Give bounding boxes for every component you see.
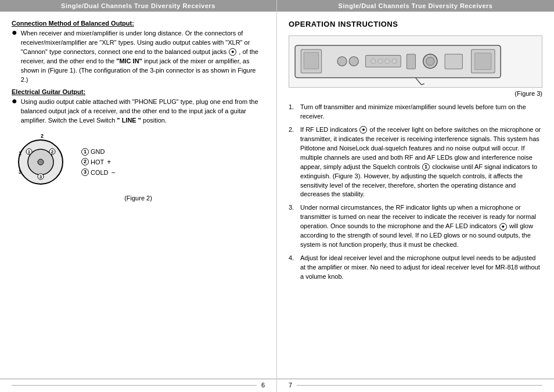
list-num-4: 4.	[289, 254, 298, 263]
numbered-list: 1. Turn off transmitter and minimize mix…	[289, 103, 542, 282]
circle-icon-3: 1	[422, 163, 430, 171]
right-page: Single/Dual Channels True Diversity Rece…	[277, 0, 554, 392]
pin1-num: 1	[81, 148, 89, 156]
section1-text: When receiver and mixer/amplifier is und…	[21, 29, 265, 85]
svg-point-19	[378, 59, 383, 63]
list-text-4: Adjust for ideal receiver level and the …	[300, 254, 542, 282]
svg-point-2	[38, 159, 44, 165]
list-item-4: 4. Adjust for ideal receiver level and t…	[289, 254, 542, 282]
figure2-caption: (Figure 2)	[12, 195, 265, 202]
svg-text:3: 3	[39, 174, 42, 179]
left-content: Connection Method of Balanced Output: ● …	[0, 12, 276, 379]
pin3-num: 3	[81, 168, 89, 176]
svg-line-29	[422, 84, 425, 85]
line-label: " LINE "	[117, 117, 141, 124]
svg-text:1: 1	[28, 149, 31, 154]
left-footer-line	[12, 385, 257, 386]
pin2-text: HOT	[91, 159, 104, 166]
mic-in-label: "MIC IN"	[116, 57, 142, 64]
section2-title: Electrical Guitar Output:	[12, 88, 265, 95]
list-text-2: If RF LED indicators ● of the receiver l…	[300, 125, 542, 200]
receiver-svg	[289, 36, 542, 87]
pin1-text: GND	[91, 148, 105, 155]
svg-point-15	[337, 56, 347, 66]
svg-text:2: 2	[51, 149, 54, 154]
circle-icon-1: ●	[229, 48, 236, 56]
svg-point-24	[426, 57, 434, 65]
right-content: OPERATION INSTRUCTIONS	[277, 12, 554, 379]
svg-text:3: 3	[19, 169, 21, 175]
figure3-container	[289, 35, 542, 88]
list-item-1: 1. Turn off transmitter and minimize mix…	[289, 103, 542, 121]
minus-symbol: −	[111, 168, 116, 177]
page-container: Single/Dual Channels True Diversity Rece…	[0, 0, 554, 392]
right-footer-line	[297, 385, 542, 386]
list-item-2: 2. If RF LED indicators ● of the receive…	[289, 125, 542, 200]
list-num-3: 3.	[289, 203, 298, 213]
list-num-2: 2.	[289, 125, 298, 135]
svg-text:1: 1	[19, 150, 21, 156]
section2-text: Using audio output cable attached with "…	[21, 98, 265, 125]
svg-line-28	[416, 78, 422, 85]
section1-bullet: ● When receiver and mixer/amplifier is u…	[12, 29, 265, 85]
left-header: Single/Dual Channels True Diversity Rece…	[0, 0, 276, 12]
list-num-1: 1.	[289, 103, 298, 112]
connector-diagram: 1 2 3 1 2 3	[12, 133, 70, 191]
svg-rect-25	[445, 54, 462, 69]
svg-point-20	[385, 59, 390, 63]
svg-text:2: 2	[41, 133, 44, 139]
list-text-1: Turn off transmitter and minimize mixer/…	[300, 103, 542, 121]
svg-rect-27	[475, 53, 491, 69]
pin3-text: COLD	[91, 169, 109, 176]
list-text-3: Under normal circumstances, the RF indic…	[300, 203, 542, 250]
right-page-number: 7	[289, 382, 292, 389]
pin2-num: 2	[81, 158, 89, 166]
circle-icon-4: ●	[499, 223, 507, 231]
left-page: Single/Dual Channels True Diversity Rece…	[0, 0, 277, 392]
section2-bullet: ● Using audio output cable attached with…	[12, 98, 265, 125]
right-header: Single/Dual Channels True Diversity Rece…	[277, 0, 554, 12]
operation-title: OPERATION INSTRUCTIONS	[289, 20, 542, 28]
section2-text-part2: position.	[141, 117, 167, 124]
pin3-label: 3 COLD −	[81, 168, 116, 177]
bullet-icon-2: ●	[12, 96, 17, 106]
left-footer: 6	[0, 379, 276, 392]
section1-text-part1: When receiver and mixer/amplifier is und…	[21, 30, 250, 55]
svg-point-18	[371, 59, 376, 63]
pin-labels: 1 GND 2 HOT + 3 COLD −	[81, 148, 116, 177]
figure3-caption: (Figure 3)	[289, 90, 542, 97]
svg-point-16	[349, 56, 358, 66]
plus-symbol: +	[107, 158, 111, 166]
figure2-area: 1 2 3 1 2 3 1	[12, 133, 265, 191]
inst2-part1: If RF LED indicators	[300, 126, 359, 133]
pin2-label: 2 HOT +	[81, 158, 116, 166]
left-page-number: 6	[261, 382, 265, 389]
svg-rect-22	[406, 54, 415, 69]
svg-rect-14	[304, 52, 318, 69]
list-item-3: 3. Under normal circumstances, the RF in…	[289, 203, 542, 250]
connector-svg: 1 2 3 1 2 3	[12, 133, 70, 191]
svg-point-21	[392, 59, 397, 63]
circle-icon-2: ●	[359, 126, 367, 134]
section1-title: Connection Method of Balanced Output:	[12, 20, 265, 27]
pin1-label: 1 GND	[81, 148, 116, 156]
bullet-icon: ●	[12, 28, 17, 37]
right-footer: 7	[277, 379, 554, 392]
